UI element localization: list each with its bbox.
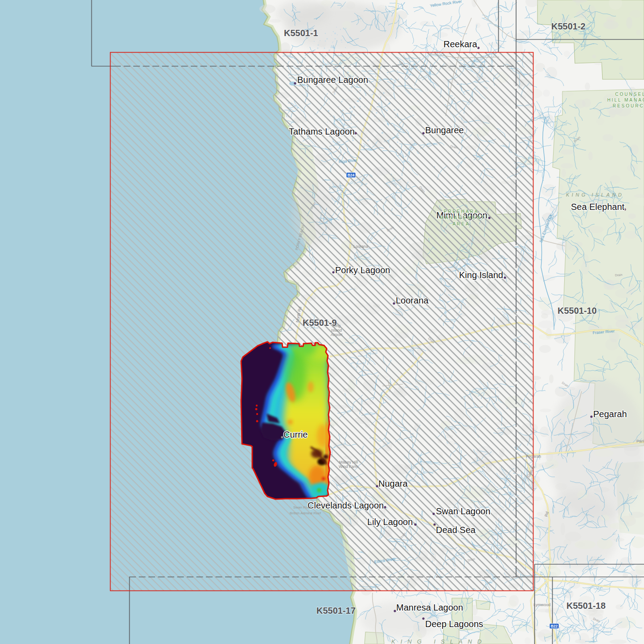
svg-text:Tathams Lagoon: Tathams Lagoon: [289, 127, 355, 136]
svg-text:Loorana: Loorana: [353, 244, 368, 249]
svg-text:Lymwood: Lymwood: [533, 603, 550, 607]
svg-text:Lily Lagoon: Lily Lagoon: [367, 517, 413, 527]
svg-text:Manresa Lagoon: Manresa Lagoon: [396, 603, 463, 612]
svg-text:PREEHARA: PREEHARA: [443, 209, 479, 214]
svg-text:Bungaree Lagoon: Bungaree Lagoon: [297, 75, 368, 85]
svg-text:Pegarah: Pegarah: [593, 409, 627, 419]
svg-text:Parith.B: Parith.B: [636, 439, 644, 443]
svg-text:RESOURCE: RESOURCE: [613, 103, 644, 108]
svg-text:Drain: Drain: [481, 274, 489, 277]
svg-text:MANAGEMENT: MANAGEMENT: [440, 215, 485, 220]
svg-text:British Admiral Reef: British Admiral Reef: [290, 511, 321, 515]
svg-text:B22: B22: [551, 624, 558, 628]
svg-text:Swan Rock: Swan Rock: [293, 505, 312, 509]
svg-text:Swan Lagoon: Swan Lagoon: [436, 506, 490, 516]
svg-text:Pegarah: Pegarah: [526, 454, 541, 459]
svg-text:Porky Lagoon: Porky Lagoon: [335, 265, 390, 275]
svg-text:K5501-2: K5501-2: [551, 21, 586, 31]
svg-text:Sea Elephant: Sea Elephant: [571, 202, 625, 212]
svg-text:Mabey Hill: Mabey Hill: [339, 460, 358, 464]
svg-text:B24: B24: [348, 173, 355, 177]
svg-text:K5501-10: K5501-10: [558, 306, 597, 316]
svg-text:K5501-1: K5501-1: [284, 28, 318, 38]
svg-text:Clevelands Lagoon: Clevelands Lagoon: [308, 500, 384, 510]
svg-text:Deep Lagoons: Deep Lagoons: [425, 619, 483, 629]
svg-text:Reekara: Reekara: [443, 39, 477, 49]
svg-text:Drain: Drain: [615, 273, 623, 277]
svg-text:K5501-9: K5501-9: [303, 318, 337, 328]
svg-text:Loorana: Loorana: [396, 295, 429, 305]
svg-text:Dead Sea: Dead Sea: [436, 525, 476, 535]
svg-text:King: King: [332, 324, 340, 328]
svg-text:Bungaree: Bungaree: [425, 125, 464, 135]
svg-text:Island: Island: [331, 328, 342, 332]
svg-text:K5501-17: K5501-17: [316, 606, 356, 615]
svg-text:Nugara: Nugara: [378, 479, 408, 488]
svg-text:KING ISLAND: KING ISLAND: [566, 192, 624, 197]
svg-text:Wind Farm: Wind Farm: [339, 464, 358, 469]
svg-text:Airport: Airport: [331, 332, 343, 337]
svg-text:COUNSEL: COUNSEL: [615, 92, 644, 97]
svg-text:Currie: Currie: [283, 430, 308, 439]
svg-text:K5501-18: K5501-18: [566, 601, 606, 611]
svg-text:AREA: AREA: [452, 222, 470, 226]
svg-text:KING ISLAND: KING ISLAND: [391, 638, 487, 644]
svg-text:HILL MANAGEM: HILL MANAGEM: [607, 98, 644, 103]
